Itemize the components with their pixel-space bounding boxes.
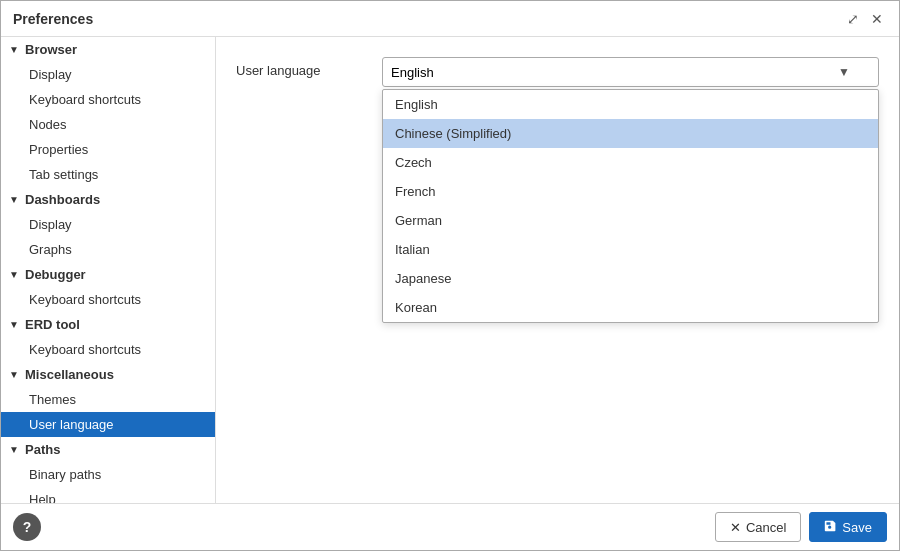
chevron-down-icon: ▼ (9, 444, 21, 455)
sidebar-item-browser-nodes[interactable]: Nodes (1, 112, 215, 137)
dropdown-item-italian[interactable]: Italian (383, 235, 878, 264)
sidebar-item-browser[interactable]: ▼ Browser (1, 37, 215, 62)
save-button[interactable]: Save (809, 512, 887, 542)
sidebar-item-paths-binary[interactable]: Binary paths (1, 462, 215, 487)
sidebar-item-browser-keyboard[interactable]: Keyboard shortcuts (1, 87, 215, 112)
sidebar-item-erd-keyboard[interactable]: Keyboard shortcuts (1, 337, 215, 362)
sidebar-item-dashboards-graphs[interactable]: Graphs (1, 237, 215, 262)
select-value: English (391, 65, 434, 80)
footer: ? ✕ Cancel Save (1, 503, 899, 550)
sidebar-item-misc-user-language[interactable]: User language (1, 412, 215, 437)
cancel-icon: ✕ (730, 520, 741, 535)
language-dropdown: English Chinese (Simplified) Czech Frenc… (382, 89, 879, 323)
sidebar-item-debugger[interactable]: ▼ Debugger (1, 262, 215, 287)
sidebar-item-debugger-keyboard[interactable]: Keyboard shortcuts (1, 287, 215, 312)
sidebar: ▼ Browser Display Keyboard shortcuts Nod… (1, 37, 216, 503)
sidebar-item-browser-display[interactable]: Display (1, 62, 215, 87)
save-label: Save (842, 520, 872, 535)
sidebar-item-browser-properties[interactable]: Properties (1, 137, 215, 162)
cancel-button[interactable]: ✕ Cancel (715, 512, 801, 542)
maximize-button[interactable]: ⤢ (843, 10, 863, 28)
title-bar-buttons: ⤢ ✕ (843, 10, 887, 28)
language-select[interactable]: English ▼ (382, 57, 879, 87)
sidebar-item-dashboards[interactable]: ▼ Dashboards (1, 187, 215, 212)
cancel-label: Cancel (746, 520, 786, 535)
dropdown-item-french[interactable]: French (383, 177, 878, 206)
dropdown-item-japanese[interactable]: Japanese (383, 264, 878, 293)
chevron-down-icon: ▼ (838, 65, 850, 79)
field-control-language: English ▼ English Chinese (Simplified) C… (382, 57, 879, 87)
chevron-down-icon: ▼ (9, 269, 21, 280)
sidebar-item-paths-help[interactable]: Help (1, 487, 215, 503)
chevron-down-icon: ▼ (9, 44, 21, 55)
preferences-dialog: Preferences ⤢ ✕ ▼ Browser Display Keyboa… (0, 0, 900, 551)
dropdown-item-korean[interactable]: Korean (383, 293, 878, 322)
sidebar-item-erd-tool[interactable]: ▼ ERD tool (1, 312, 215, 337)
sidebar-item-misc-themes[interactable]: Themes (1, 387, 215, 412)
dropdown-item-english[interactable]: English (383, 90, 878, 119)
chevron-down-icon: ▼ (9, 319, 21, 330)
sidebar-item-dashboards-display[interactable]: Display (1, 212, 215, 237)
sidebar-item-miscellaneous[interactable]: ▼ Miscellaneous (1, 362, 215, 387)
field-row-language: User language English ▼ English Chinese … (236, 57, 879, 87)
chevron-down-icon: ▼ (9, 369, 21, 380)
chevron-down-icon: ▼ (9, 194, 21, 205)
main-panel: User language English ▼ English Chinese … (216, 37, 899, 503)
sidebar-item-paths[interactable]: ▼ Paths (1, 437, 215, 462)
sidebar-item-browser-tab-settings[interactable]: Tab settings (1, 162, 215, 187)
save-icon (824, 519, 837, 535)
close-button[interactable]: ✕ (867, 10, 887, 28)
content-area: ▼ Browser Display Keyboard shortcuts Nod… (1, 37, 899, 503)
footer-actions: ✕ Cancel Save (715, 512, 887, 542)
dialog-title: Preferences (13, 11, 93, 27)
help-button[interactable]: ? (13, 513, 41, 541)
field-label-language: User language (236, 57, 366, 78)
title-bar: Preferences ⤢ ✕ (1, 1, 899, 37)
dropdown-item-czech[interactable]: Czech (383, 148, 878, 177)
dropdown-item-chinese-simplified[interactable]: Chinese (Simplified) (383, 119, 878, 148)
dropdown-item-german[interactable]: German (383, 206, 878, 235)
